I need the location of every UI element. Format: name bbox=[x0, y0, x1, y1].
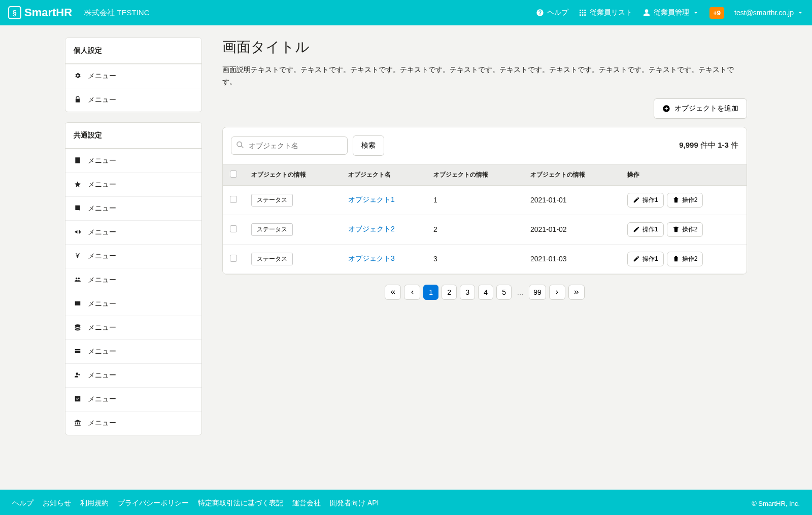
page-first[interactable] bbox=[385, 285, 401, 300]
data-table: オブジェクトの情報 オブジェクト名 オブジェクトの情報 オブジェクトの情報 操作… bbox=[223, 164, 747, 274]
sidebar-item[interactable]: メニュー bbox=[65, 244, 201, 268]
sidebar-item[interactable]: メニュー bbox=[65, 173, 201, 196]
page-5[interactable]: 5 bbox=[496, 285, 512, 300]
notification-badge[interactable]: +9 bbox=[709, 7, 724, 19]
footer-link[interactable]: 運営会社 bbox=[292, 499, 321, 508]
trash-icon bbox=[672, 255, 680, 262]
edit-button[interactable]: 操作1 bbox=[627, 252, 664, 266]
sidebar: 個人設定 メニュー メニュー 共通設定 メニュー メニュー メニュー メニュー … bbox=[65, 38, 202, 477]
sidebar-item[interactable]: メニュー bbox=[65, 196, 201, 220]
footer-link[interactable]: ヘルプ bbox=[12, 499, 33, 508]
user-email: test@smarthr.co.jp bbox=[734, 9, 794, 17]
select-all-checkbox[interactable] bbox=[230, 170, 237, 178]
sidebar-item-label: メニュー bbox=[88, 371, 116, 380]
page-last-num[interactable]: 99 bbox=[529, 285, 546, 300]
sidebar-item[interactable]: メニュー bbox=[65, 363, 201, 387]
footer-link[interactable]: 特定商取引法に基づく表記 bbox=[198, 499, 283, 508]
edit-button[interactable]: 操作1 bbox=[627, 222, 664, 237]
status-tag: ステータス bbox=[251, 253, 293, 265]
database-icon bbox=[74, 324, 82, 332]
delete-button[interactable]: 操作2 bbox=[667, 193, 703, 208]
double-left-icon bbox=[389, 289, 396, 296]
sidebar-common-header: 共通設定 bbox=[65, 123, 201, 149]
sidebar-item[interactable]: メニュー bbox=[65, 387, 201, 411]
add-object-label: オブジェクトを追加 bbox=[674, 104, 738, 113]
lock-icon bbox=[74, 96, 82, 105]
row-checkbox[interactable] bbox=[230, 255, 237, 262]
users-icon bbox=[74, 276, 82, 285]
object-link[interactable]: オブジェクト2 bbox=[348, 225, 395, 233]
sidebar-item[interactable]: メニュー bbox=[65, 316, 201, 339]
row-checkbox[interactable] bbox=[230, 196, 237, 203]
sidebar-item-label: メニュー bbox=[88, 276, 116, 285]
data-panel: 検索 9,999 件中 1-3 件 オブジェクトの情報 オブジェクト名 オブジェ… bbox=[222, 127, 747, 274]
page-3[interactable]: 3 bbox=[460, 285, 475, 300]
sidebar-item[interactable]: メニュー bbox=[65, 339, 201, 363]
header-right: ヘルプ 従業員リスト 従業員管理 +9 test@smarthr.co.jp bbox=[536, 7, 804, 19]
caret-down-icon bbox=[692, 9, 699, 16]
col-ops: 操作 bbox=[620, 164, 747, 185]
delete-button[interactable]: 操作2 bbox=[667, 222, 703, 237]
main: 画面タイトル 画面説明テキストです。テキストです。テキストです。テキストです。テ… bbox=[222, 38, 747, 477]
col-info2: オブジェクトの情報 bbox=[426, 164, 523, 185]
sidebar-item[interactable]: メニュー bbox=[65, 64, 201, 88]
cell-date: 2021-01-03 bbox=[523, 244, 620, 273]
page-last[interactable] bbox=[568, 285, 585, 300]
delete-button[interactable]: 操作2 bbox=[667, 252, 703, 266]
count-mid: 件中 bbox=[698, 141, 718, 149]
row-checkbox[interactable] bbox=[230, 225, 237, 232]
page-title: 画面タイトル bbox=[222, 38, 747, 57]
sidebar-item[interactable]: メニュー bbox=[65, 268, 201, 292]
sidebar-item-label: メニュー bbox=[88, 347, 116, 356]
object-link[interactable]: オブジェクト1 bbox=[348, 195, 395, 203]
sidebar-item[interactable]: メニュー bbox=[65, 149, 201, 173]
sidebar-item-label: メニュー bbox=[88, 228, 116, 237]
employee-list-link[interactable]: 従業員リスト bbox=[579, 8, 632, 17]
caret-down-icon bbox=[797, 9, 804, 16]
footer-link[interactable]: お知らせ bbox=[43, 499, 71, 508]
employee-mgmt-dropdown[interactable]: 従業員管理 bbox=[642, 8, 699, 17]
page-2[interactable]: 2 bbox=[442, 285, 457, 300]
footer-link[interactable]: 開発者向け API bbox=[330, 499, 379, 508]
search-input[interactable] bbox=[231, 136, 348, 155]
help-link[interactable]: ヘルプ bbox=[536, 8, 568, 17]
sidebar-item[interactable]: メニュー bbox=[65, 220, 201, 244]
checkbox-icon bbox=[74, 395, 82, 404]
sidebar-item-label: メニュー bbox=[88, 95, 116, 105]
footer-link[interactable]: プライバシーポリシー bbox=[118, 499, 189, 508]
footer-link[interactable]: 利用規約 bbox=[80, 499, 109, 508]
col-name: オブジェクト名 bbox=[341, 164, 426, 185]
object-link[interactable]: オブジェクト3 bbox=[348, 254, 395, 262]
asterisk-icon bbox=[74, 181, 82, 189]
grid-icon bbox=[579, 9, 587, 17]
edit-button[interactable]: 操作1 bbox=[627, 193, 664, 208]
page-4[interactable]: 4 bbox=[478, 285, 493, 300]
employee-mgmt-label: 従業員管理 bbox=[654, 8, 689, 17]
sidebar-item-label: メニュー bbox=[88, 252, 116, 261]
count-range: 1-3 bbox=[718, 141, 729, 149]
page-1[interactable]: 1 bbox=[423, 285, 438, 300]
brand-logo[interactable]: § SmartHR bbox=[8, 6, 72, 19]
header: § SmartHR 株式会社 TESTINC ヘルプ 従業員リスト 従業員管理 … bbox=[0, 0, 812, 25]
add-object-button[interactable]: オブジェクトを追加 bbox=[654, 98, 747, 119]
help-icon bbox=[536, 9, 544, 17]
user-menu[interactable]: test@smarthr.co.jp bbox=[734, 9, 804, 17]
search-button[interactable]: 検索 bbox=[353, 135, 384, 156]
sidebar-item[interactable]: メニュー bbox=[65, 88, 201, 112]
brand-icon: § bbox=[8, 6, 21, 19]
sidebar-item-label: メニュー bbox=[88, 204, 116, 213]
table-row: ステータスオブジェクト222021-01-02操作1操作2 bbox=[223, 215, 747, 244]
sidebar-item[interactable]: メニュー bbox=[65, 292, 201, 316]
page-next[interactable] bbox=[549, 285, 565, 300]
page-prev[interactable] bbox=[404, 285, 420, 300]
trash-icon bbox=[672, 226, 680, 233]
search-wrap bbox=[231, 136, 348, 155]
page-ellipsis: … bbox=[515, 288, 526, 296]
sidebar-item-label: メニュー bbox=[88, 419, 116, 428]
pagination: 1 2 3 4 5 … 99 bbox=[222, 274, 747, 310]
sidebar-item[interactable]: メニュー bbox=[65, 411, 201, 435]
footer-copyright: © SmartHR, Inc. bbox=[752, 500, 800, 507]
double-right-icon bbox=[573, 289, 580, 296]
sidebar-item-label: メニュー bbox=[88, 299, 116, 308]
count-suffix: 件 bbox=[729, 141, 738, 149]
